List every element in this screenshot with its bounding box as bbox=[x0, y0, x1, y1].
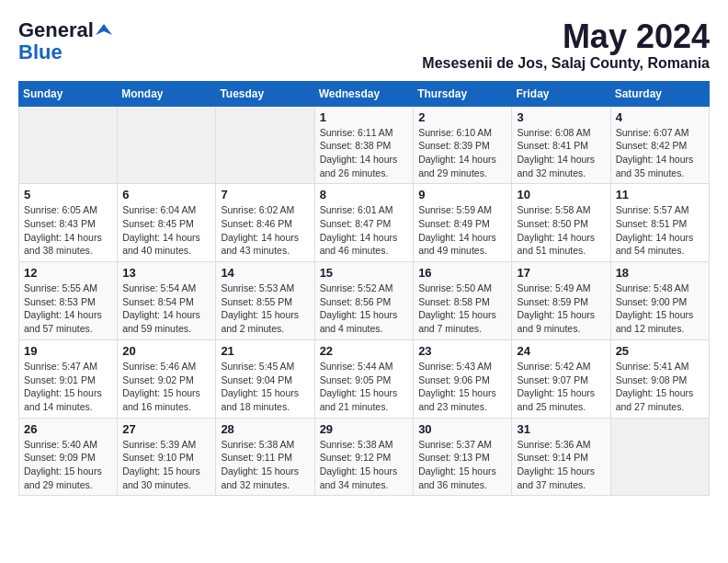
calendar-cell: 19Sunrise: 5:47 AM Sunset: 9:01 PM Dayli… bbox=[19, 339, 118, 418]
calendar-week-1: 1Sunrise: 6:11 AM Sunset: 8:38 PM Daylig… bbox=[19, 106, 710, 184]
day-info: Sunrise: 5:36 AM Sunset: 9:14 PM Dayligh… bbox=[517, 438, 605, 492]
day-info: Sunrise: 6:10 AM Sunset: 8:39 PM Dayligh… bbox=[418, 126, 506, 180]
day-info: Sunrise: 5:45 AM Sunset: 9:04 PM Dayligh… bbox=[221, 360, 309, 414]
calendar-header-wednesday: Wednesday bbox=[314, 81, 414, 106]
day-number: 29 bbox=[320, 422, 409, 436]
day-number: 15 bbox=[320, 266, 409, 280]
calendar-cell bbox=[118, 106, 216, 184]
day-number: 7 bbox=[221, 188, 309, 201]
day-info: Sunrise: 5:55 AM Sunset: 8:53 PM Dayligh… bbox=[24, 282, 112, 336]
day-info: Sunrise: 5:38 AM Sunset: 9:11 PM Dayligh… bbox=[221, 438, 309, 492]
calendar-week-5: 26Sunrise: 5:40 AM Sunset: 9:09 PM Dayli… bbox=[19, 418, 710, 496]
day-number: 14 bbox=[221, 266, 309, 280]
day-number: 4 bbox=[616, 110, 704, 124]
calendar-cell: 6Sunrise: 6:04 AM Sunset: 8:45 PM Daylig… bbox=[118, 184, 216, 262]
calendar-cell: 12Sunrise: 5:55 AM Sunset: 8:53 PM Dayli… bbox=[19, 262, 118, 340]
calendar-cell: 2Sunrise: 6:10 AM Sunset: 8:39 PM Daylig… bbox=[414, 106, 512, 184]
calendar-cell: 15Sunrise: 5:52 AM Sunset: 8:56 PM Dayli… bbox=[314, 262, 414, 340]
day-info: Sunrise: 5:37 AM Sunset: 9:13 PM Dayligh… bbox=[418, 438, 506, 492]
day-info: Sunrise: 5:40 AM Sunset: 9:09 PM Dayligh… bbox=[24, 438, 112, 492]
day-info: Sunrise: 5:39 AM Sunset: 9:10 PM Dayligh… bbox=[122, 438, 210, 492]
calendar-cell: 28Sunrise: 5:38 AM Sunset: 9:11 PM Dayli… bbox=[216, 418, 314, 496]
day-info: Sunrise: 6:04 AM Sunset: 8:45 PM Dayligh… bbox=[122, 203, 210, 258]
day-info: Sunrise: 6:11 AM Sunset: 8:38 PM Dayligh… bbox=[320, 126, 409, 180]
day-number: 10 bbox=[517, 188, 605, 201]
calendar-cell: 23Sunrise: 5:43 AM Sunset: 9:06 PM Dayli… bbox=[414, 339, 512, 418]
calendar-header-tuesday: Tuesday bbox=[216, 81, 314, 106]
day-number: 21 bbox=[221, 344, 309, 358]
day-info: Sunrise: 5:48 AM Sunset: 9:00 PM Dayligh… bbox=[616, 282, 704, 336]
calendar-cell: 16Sunrise: 5:50 AM Sunset: 8:58 PM Dayli… bbox=[414, 262, 512, 340]
day-info: Sunrise: 6:08 AM Sunset: 8:41 PM Dayligh… bbox=[517, 126, 605, 180]
day-info: Sunrise: 6:05 AM Sunset: 8:43 PM Dayligh… bbox=[24, 203, 112, 258]
day-number: 27 bbox=[122, 422, 210, 436]
title-area: May 2024 Mesesenii de Jos, Salaj County,… bbox=[422, 18, 710, 72]
logo-bird-icon bbox=[96, 22, 112, 39]
day-info: Sunrise: 5:43 AM Sunset: 9:06 PM Dayligh… bbox=[418, 360, 506, 414]
day-number: 23 bbox=[418, 344, 506, 358]
calendar-header-saturday: Saturday bbox=[610, 81, 709, 106]
day-number: 6 bbox=[122, 188, 210, 201]
calendar-cell: 14Sunrise: 5:53 AM Sunset: 8:55 PM Dayli… bbox=[216, 262, 314, 340]
calendar-cell: 20Sunrise: 5:46 AM Sunset: 9:02 PM Dayli… bbox=[118, 339, 216, 418]
calendar-cell bbox=[216, 106, 314, 184]
day-info: Sunrise: 5:50 AM Sunset: 8:58 PM Dayligh… bbox=[418, 282, 506, 336]
calendar-cell: 17Sunrise: 5:49 AM Sunset: 8:59 PM Dayli… bbox=[512, 262, 610, 340]
day-number: 8 bbox=[320, 188, 409, 201]
calendar-cell: 27Sunrise: 5:39 AM Sunset: 9:10 PM Dayli… bbox=[118, 418, 216, 496]
day-info: Sunrise: 5:44 AM Sunset: 9:05 PM Dayligh… bbox=[320, 360, 409, 414]
calendar-cell: 3Sunrise: 6:08 AM Sunset: 8:41 PM Daylig… bbox=[512, 106, 610, 184]
calendar-cell: 9Sunrise: 5:59 AM Sunset: 8:49 PM Daylig… bbox=[414, 184, 512, 262]
calendar-cell: 30Sunrise: 5:37 AM Sunset: 9:13 PM Dayli… bbox=[414, 418, 512, 496]
day-number: 19 bbox=[24, 344, 112, 358]
day-info: Sunrise: 6:01 AM Sunset: 8:47 PM Dayligh… bbox=[320, 203, 409, 258]
day-number: 3 bbox=[517, 110, 605, 124]
day-number: 2 bbox=[418, 110, 506, 124]
day-info: Sunrise: 5:58 AM Sunset: 8:50 PM Dayligh… bbox=[517, 203, 605, 258]
calendar-cell: 18Sunrise: 5:48 AM Sunset: 9:00 PM Dayli… bbox=[610, 262, 709, 340]
svg-marker-0 bbox=[96, 24, 112, 35]
day-number: 18 bbox=[616, 266, 704, 280]
calendar-header-sunday: Sunday bbox=[19, 81, 118, 106]
day-number: 9 bbox=[418, 188, 506, 201]
day-number: 26 bbox=[24, 422, 112, 436]
day-number: 30 bbox=[418, 422, 506, 436]
calendar-cell: 31Sunrise: 5:36 AM Sunset: 9:14 PM Dayli… bbox=[512, 418, 610, 496]
calendar-cell: 1Sunrise: 6:11 AM Sunset: 8:38 PM Daylig… bbox=[314, 106, 414, 184]
logo-general: General bbox=[18, 18, 94, 42]
day-info: Sunrise: 5:41 AM Sunset: 9:08 PM Dayligh… bbox=[616, 360, 704, 414]
day-info: Sunrise: 5:57 AM Sunset: 8:51 PM Dayligh… bbox=[616, 203, 704, 258]
calendar-cell: 5Sunrise: 6:05 AM Sunset: 8:43 PM Daylig… bbox=[19, 184, 118, 262]
day-number: 17 bbox=[517, 266, 605, 280]
day-info: Sunrise: 5:59 AM Sunset: 8:49 PM Dayligh… bbox=[418, 203, 506, 258]
calendar-cell: 11Sunrise: 5:57 AM Sunset: 8:51 PM Dayli… bbox=[610, 184, 709, 262]
calendar-cell: 4Sunrise: 6:07 AM Sunset: 8:42 PM Daylig… bbox=[610, 106, 709, 184]
day-info: Sunrise: 5:46 AM Sunset: 9:02 PM Dayligh… bbox=[122, 360, 210, 414]
calendar-cell: 26Sunrise: 5:40 AM Sunset: 9:09 PM Dayli… bbox=[19, 418, 118, 496]
calendar-cell: 13Sunrise: 5:54 AM Sunset: 8:54 PM Dayli… bbox=[118, 262, 216, 340]
calendar-cell bbox=[610, 418, 709, 496]
calendar-cell: 22Sunrise: 5:44 AM Sunset: 9:05 PM Dayli… bbox=[314, 339, 414, 418]
day-info: Sunrise: 5:52 AM Sunset: 8:56 PM Dayligh… bbox=[320, 282, 409, 336]
day-number: 13 bbox=[122, 266, 210, 280]
day-info: Sunrise: 5:38 AM Sunset: 9:12 PM Dayligh… bbox=[320, 438, 409, 492]
location-title: Mesesenii de Jos, Salaj County, Romania bbox=[422, 55, 710, 72]
day-number: 20 bbox=[122, 344, 210, 358]
day-info: Sunrise: 6:07 AM Sunset: 8:42 PM Dayligh… bbox=[616, 126, 704, 180]
day-info: Sunrise: 5:49 AM Sunset: 8:59 PM Dayligh… bbox=[517, 282, 605, 336]
calendar-week-3: 12Sunrise: 5:55 AM Sunset: 8:53 PM Dayli… bbox=[19, 262, 710, 340]
calendar-cell bbox=[19, 106, 118, 184]
day-info: Sunrise: 5:53 AM Sunset: 8:55 PM Dayligh… bbox=[221, 282, 309, 336]
calendar-week-4: 19Sunrise: 5:47 AM Sunset: 9:01 PM Dayli… bbox=[19, 339, 710, 418]
calendar-cell: 21Sunrise: 5:45 AM Sunset: 9:04 PM Dayli… bbox=[216, 339, 314, 418]
day-info: Sunrise: 5:54 AM Sunset: 8:54 PM Dayligh… bbox=[122, 282, 210, 336]
calendar-header-monday: Monday bbox=[118, 81, 216, 106]
day-number: 24 bbox=[517, 344, 605, 358]
day-info: Sunrise: 5:47 AM Sunset: 9:01 PM Dayligh… bbox=[24, 360, 112, 414]
day-number: 11 bbox=[616, 188, 704, 201]
calendar-week-2: 5Sunrise: 6:05 AM Sunset: 8:43 PM Daylig… bbox=[19, 184, 710, 262]
calendar-header-row: SundayMondayTuesdayWednesdayThursdayFrid… bbox=[19, 81, 710, 106]
calendar-cell: 24Sunrise: 5:42 AM Sunset: 9:07 PM Dayli… bbox=[512, 339, 610, 418]
day-number: 22 bbox=[320, 344, 409, 358]
calendar-cell: 25Sunrise: 5:41 AM Sunset: 9:08 PM Dayli… bbox=[610, 339, 709, 418]
